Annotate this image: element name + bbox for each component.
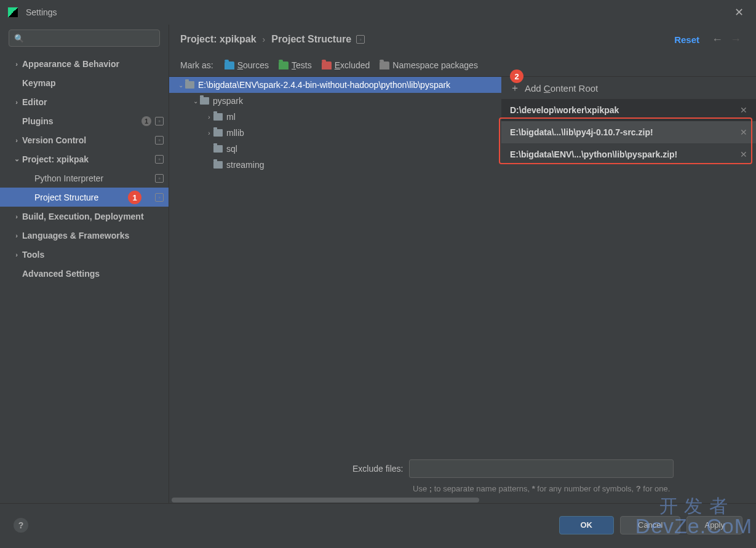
folder-icon (225, 62, 234, 69)
close-icon[interactable]: ✕ (730, 3, 749, 22)
gear-icon: ▫ (356, 35, 365, 44)
root-path: D:\develop\worker\xpikpak (510, 105, 619, 115)
nav-plugins[interactable]: Plugins1▫ (0, 111, 169, 130)
content-split: ⌄ E:\bigdata\ENV\spark-2.4.4-bin-without… (169, 76, 756, 503)
forward-icon: → (730, 33, 741, 46)
chevron-right-icon: › (12, 137, 21, 144)
nav-project-structure[interactable]: Project Structure1▫ (0, 188, 169, 207)
content-root-item[interactable]: E:\bigdata\ENV\...\python\lib\pyspark.zi… (501, 143, 756, 165)
apply-button[interactable]: Apply (686, 516, 742, 534)
gear-icon: ▫ (155, 193, 164, 202)
update-badge: 1 (141, 116, 151, 126)
nav-advanced[interactable]: Advanced Settings (0, 264, 169, 283)
tree-label: ml (226, 112, 236, 122)
ok-button[interactable]: OK (559, 516, 615, 534)
content-area: Project: xpikpak › Project Structure ▫ R… (169, 25, 756, 503)
folder-icon (279, 62, 288, 69)
exclude-files-hint: Use ; to separate name patterns, * for a… (413, 483, 671, 495)
chevron-right-icon: › (263, 34, 266, 44)
tree-node[interactable]: › ml (169, 109, 501, 125)
tree-node[interactable]: › mllib (169, 125, 501, 141)
chevron-down-icon[interactable]: ⌄ (177, 82, 185, 89)
mark-as-bar: Mark as: Sources Tests Excluded Namespac… (169, 54, 756, 76)
mark-sources[interactable]: Sources (225, 60, 269, 70)
tree-node[interactable]: streaming (169, 157, 501, 173)
main-container: 🔍 ›Appearance & Behavior Keymap ›Editor … (0, 25, 756, 503)
chevron-down-icon[interactable]: ⌄ (191, 98, 200, 105)
help-button[interactable]: ? (14, 518, 28, 533)
folder-icon (213, 113, 223, 121)
breadcrumb-project[interactable]: Project: xpikpak (180, 34, 257, 45)
gear-icon: ▫ (155, 117, 164, 125)
tree-node[interactable]: ⌄ pyspark (169, 93, 501, 109)
window-title: Settings (26, 7, 730, 17)
search-icon: 🔍 (14, 34, 24, 43)
nav-tools[interactable]: ›Tools (0, 245, 169, 264)
breadcrumb: Project: xpikpak › Project Structure ▫ R… (169, 25, 756, 54)
folder-icon (185, 81, 194, 89)
chevron-right-icon: › (12, 98, 21, 106)
nav-python-interpreter[interactable]: Python Interpreter▫ (0, 169, 169, 188)
reset-link[interactable]: Reset (674, 34, 699, 45)
breadcrumb-structure: Project Structure (271, 34, 351, 45)
gear-icon: ▫ (155, 136, 164, 145)
remove-icon[interactable]: ✕ (740, 105, 747, 115)
settings-sidebar: 🔍 ›Appearance & Behavior Keymap ›Editor … (0, 25, 169, 503)
chevron-right-icon[interactable]: › (205, 130, 213, 137)
chevron-right-icon: › (12, 251, 21, 258)
tree-label: streaming (226, 160, 264, 170)
chevron-right-icon: › (12, 232, 21, 239)
folder-icon (213, 145, 223, 153)
exclude-files-label: Exclude files: (352, 464, 403, 474)
tree-label: sql (226, 144, 237, 154)
gear-icon: ▫ (155, 174, 164, 183)
folder-icon (200, 97, 209, 105)
exclude-files-section: Exclude files: Use ; to separate name pa… (352, 459, 745, 495)
content-root-item[interactable]: E:\bigdata\...\lib\py4j-0.10.7-src.zip! … (501, 121, 756, 143)
tree-label: pyspark (213, 96, 243, 106)
nav-appearance[interactable]: ›Appearance & Behavior (0, 54, 169, 73)
root-path: E:\bigdata\...\lib\py4j-0.10.7-src.zip! (510, 127, 653, 137)
add-content-root-button[interactable]: ＋ Add Content Root (501, 77, 756, 99)
root-path: E:\bigdata\ENV\...\python\lib\pyspark.zi… (510, 149, 677, 159)
tree-node[interactable]: sql (169, 141, 501, 157)
back-icon[interactable]: ← (712, 33, 723, 46)
folder-icon (213, 161, 223, 169)
folder-icon (322, 62, 332, 69)
nav-keymap[interactable]: Keymap (0, 73, 169, 92)
remove-icon[interactable]: ✕ (740, 149, 747, 159)
chevron-right-icon: › (12, 213, 21, 220)
chevron-down-icon: ⌄ (12, 155, 21, 163)
tree-label: E:\bigdata\ENV\spark-2.4.4-bin-without-h… (198, 80, 450, 90)
content-roots-panel: 2 ＋ Add Content Root D:\develop\worker\x… (501, 77, 756, 503)
exclude-files-input[interactable] (409, 459, 674, 478)
nav-project[interactable]: ⌄Project: xpikpak▫ (0, 149, 169, 169)
dialog-footer: ? OK Cancel Apply (0, 503, 756, 546)
content-root-item[interactable]: D:\develop\worker\xpikpak ✕ (501, 99, 756, 121)
tree-root[interactable]: ⌄ E:\bigdata\ENV\spark-2.4.4-bin-without… (169, 77, 501, 93)
cancel-button[interactable]: Cancel (620, 516, 680, 534)
app-icon (7, 7, 18, 18)
search-input[interactable]: 🔍 (9, 30, 160, 47)
mark-tests[interactable]: Tests (279, 60, 312, 70)
title-bar: Settings ✕ (0, 0, 756, 25)
mark-as-label: Mark as: (180, 60, 213, 70)
nav-version-control[interactable]: ›Version Control▫ (0, 130, 169, 149)
annotation-badge-2: 2 (510, 69, 523, 83)
settings-nav-list: ›Appearance & Behavior Keymap ›Editor Pl… (0, 53, 169, 503)
nav-build[interactable]: ›Build, Execution, Deployment (0, 207, 169, 226)
gear-icon: ▫ (155, 155, 164, 164)
nav-languages[interactable]: ›Languages & Frameworks (0, 226, 169, 245)
chevron-right-icon: › (12, 60, 21, 68)
folder-tree: ⌄ E:\bigdata\ENV\spark-2.4.4-bin-without… (169, 77, 501, 503)
horizontal-scrollbar[interactable] (169, 497, 501, 503)
remove-icon[interactable]: ✕ (740, 127, 747, 137)
folder-icon (213, 129, 223, 137)
nav-editor[interactable]: ›Editor (0, 92, 169, 111)
annotation-badge-1: 1 (128, 191, 141, 204)
folder-icon (380, 62, 389, 69)
chevron-right-icon[interactable]: › (205, 114, 213, 121)
mark-namespace[interactable]: Namespace packages (380, 60, 478, 70)
plus-icon: ＋ (510, 82, 520, 95)
mark-excluded[interactable]: Excluded (322, 60, 370, 70)
